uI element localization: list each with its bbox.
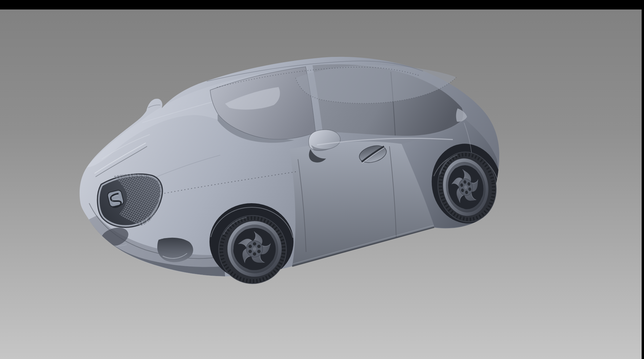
letterbox-top-bar	[0, 0, 644, 9]
car-render	[0, 9, 642, 359]
screenshot-root: { "scene": { "subject": "Silver-gray SEA…	[0, 0, 644, 359]
front-wheel	[219, 215, 286, 284]
front-grille	[100, 174, 161, 226]
render-viewport[interactable]	[0, 9, 642, 359]
letterbox-right-strip	[642, 0, 644, 359]
